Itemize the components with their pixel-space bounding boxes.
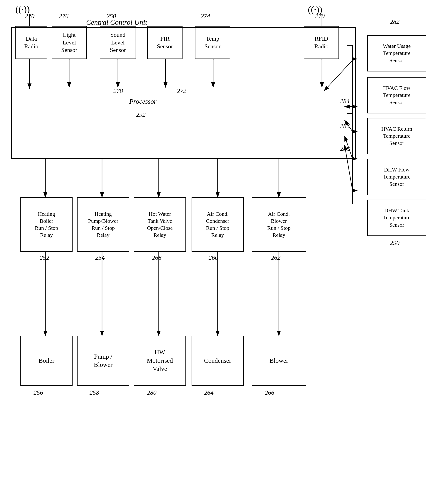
- num-260: 260: [208, 254, 218, 261]
- dhw-tank-temp-sensor-box: DHW Tank Temperature Sensor: [367, 200, 426, 236]
- hvac-return-temp-sensor-box: HVAC Return Temperature Sensor: [367, 118, 426, 154]
- heating-boiler-relay-box: Heating Boiler Run / Stop Relay: [20, 197, 72, 252]
- num-264: 264: [204, 389, 214, 396]
- pump-blower-box: Pump / Blower: [77, 336, 129, 386]
- main-processor-box: [11, 27, 356, 159]
- num-266: 266: [265, 389, 274, 396]
- processor-num: 292: [136, 111, 145, 118]
- num-282-top: 282: [390, 18, 400, 25]
- num-256: 256: [33, 389, 43, 396]
- num-262: 262: [271, 254, 280, 261]
- processor-label: Processor: [129, 97, 157, 105]
- water-usage-temp-sensor-box: Water Usage Temperature Sensor: [367, 35, 426, 72]
- hot-water-tank-valve-relay-box: Hot Water Tank Valve Open/Close Relay: [134, 197, 186, 252]
- blower-box: Blower: [252, 336, 306, 386]
- num-290: 290: [390, 239, 400, 247]
- num-276: 276: [59, 12, 68, 20]
- hvac-flow-temp-sensor-box: HVAC Flow Temperature Sensor: [367, 77, 426, 114]
- num-258: 258: [89, 389, 99, 396]
- num-284: 284: [340, 97, 350, 105]
- air-cond-blower-relay-box: Air Cond. Blower Run / Stop Relay: [252, 197, 306, 252]
- num-270-right: 270: [315, 12, 325, 20]
- diagram-container: ((·)) ((·)) 270 270 276 250 274 Central …: [0, 0, 448, 487]
- hw-motorised-valve-box: HW Motorised Valve: [134, 336, 186, 386]
- heating-pump-blower-relay-box: Heating Pump/Blower Run / Stop Relay: [77, 197, 129, 252]
- condenser-box: Condenser: [192, 336, 244, 386]
- ccu-label: Central Control Unit -: [86, 18, 152, 26]
- num-286: 286: [340, 122, 350, 130]
- air-cond-condenser-relay-box: Air Cond. Condenser Run / Stop Relay: [192, 197, 244, 252]
- num-288: 288: [340, 145, 350, 152]
- num-270-left: 270: [25, 12, 34, 20]
- boiler-box: Boiler: [20, 336, 72, 386]
- num-254: 254: [95, 254, 105, 261]
- dhw-flow-temp-sensor-box: DHW Flow Temperature Sensor: [367, 159, 426, 195]
- num-268: 268: [152, 254, 161, 261]
- num-252: 252: [40, 254, 49, 261]
- num-274: 274: [201, 12, 210, 20]
- num-280: 280: [147, 389, 156, 396]
